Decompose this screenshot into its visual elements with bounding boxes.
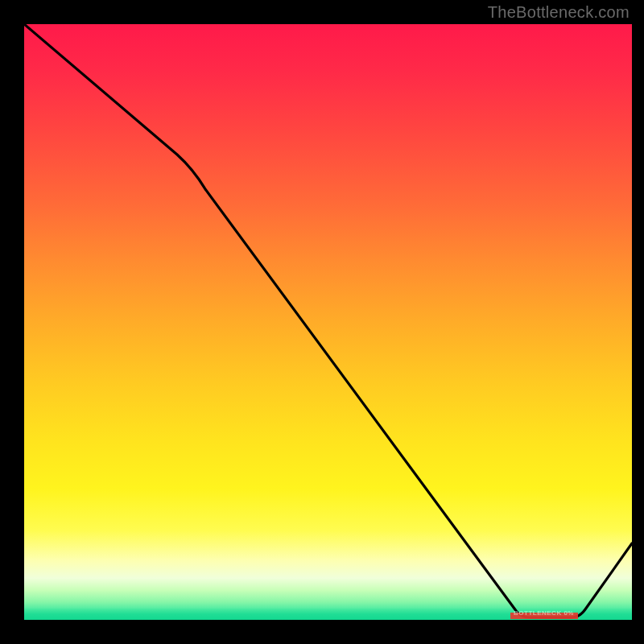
attribution-text: TheBottleneck.com bbox=[488, 3, 630, 22]
chart-plot-area: BOTTLENECK 0% bbox=[24, 24, 632, 620]
chart-line-svg bbox=[24, 24, 632, 620]
optimal-range-label: BOTTLENECK 0% bbox=[514, 609, 574, 617]
bottleneck-curve-path bbox=[24, 24, 632, 617]
